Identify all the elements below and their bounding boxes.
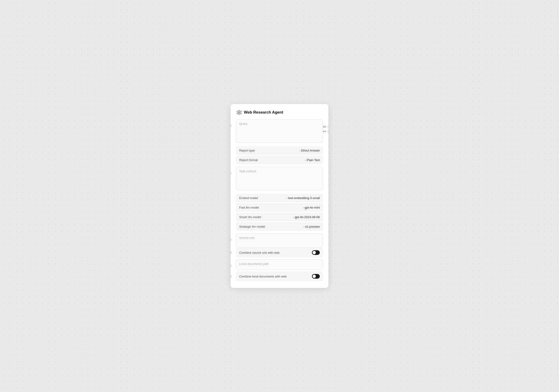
local-docs-area: Local documents path xyxy=(236,260,323,270)
report-format-selected: Plain Text xyxy=(307,158,320,162)
embed-model-value[interactable]: › text-embedding-3-small xyxy=(286,196,320,200)
report-format-row: Report format › Plain Text xyxy=(236,156,323,164)
embed-model-label: Embed model xyxy=(239,196,286,200)
strategic-llm-value[interactable]: › o1-preview xyxy=(303,225,320,228)
combine-local-toggle-knob xyxy=(313,275,316,278)
report-pin-dot[interactable] xyxy=(327,125,331,128)
card-header: 🕸️ Web Research Agent xyxy=(236,110,323,115)
model-settings-group: Embed model › text-embedding-3-small Fas… xyxy=(236,193,323,231)
report-settings-group: Report type › Direct Answer Report forma… xyxy=(236,146,323,164)
smart-llm-value[interactable]: › gpt-4o-2024-08-06 xyxy=(293,215,320,219)
strategic-llm-chevron: › xyxy=(303,225,304,228)
agent-icon: 🕸️ xyxy=(236,110,242,115)
report-type-row: Report type › Direct Answer xyxy=(236,146,323,155)
embed-model-row: Embed model › text-embedding-3-small xyxy=(236,194,323,202)
smart-llm-selected: gpt-4o-2024-08-06 xyxy=(295,215,320,219)
task-context-input[interactable] xyxy=(236,167,323,190)
task-context-left-dot[interactable] xyxy=(228,172,232,175)
combine-source-toggle[interactable] xyxy=(312,250,320,255)
card-title: Web Research Agent xyxy=(244,110,283,115)
task-context-area xyxy=(236,167,323,191)
report-type-selected: Direct Answer xyxy=(301,149,320,152)
source-urls-placeholder: Source urls xyxy=(239,236,255,239)
report-format-value[interactable]: › Plain Text xyxy=(305,158,320,162)
local-docs-input[interactable]: Local documents path xyxy=(236,260,323,270)
combine-source-label: Combine source urls with web xyxy=(239,251,312,255)
combine-local-label: Combine local documents with web xyxy=(239,275,312,278)
smart-llm-label: Smart llm model xyxy=(239,215,293,219)
combine-source-left-dot[interactable] xyxy=(228,251,232,254)
report-type-value[interactable]: › Direct Answer xyxy=(299,149,320,152)
query-left-dot[interactable] xyxy=(228,124,232,127)
local-docs-placeholder: Local documents path xyxy=(239,262,269,266)
local-docs-left-dot[interactable] xyxy=(228,264,232,267)
report-type-chevron: › xyxy=(299,149,300,152)
combine-source-toggle-knob xyxy=(313,251,316,254)
report-format-label: Report format xyxy=(239,158,305,162)
fast-llm-chevron: › xyxy=(303,206,304,209)
query-input[interactable] xyxy=(236,119,323,143)
fast-llm-row: Fast llm model › gpt-4o-mini xyxy=(236,203,323,212)
report-type-label: Report type xyxy=(239,149,299,152)
embed-model-chevron: › xyxy=(286,197,287,200)
fast-llm-selected: gpt-4o-mini xyxy=(305,206,320,209)
report-format-chevron: › xyxy=(305,159,306,162)
embed-model-selected: text-embedding-3-small xyxy=(288,196,320,200)
fast-llm-value[interactable]: › gpt-4o-mini xyxy=(303,206,320,209)
smart-llm-chevron: › xyxy=(293,216,294,219)
combine-local-left-dot[interactable] xyxy=(228,275,232,278)
source-urls-input[interactable]: Source urls xyxy=(236,234,323,247)
web-research-agent-card: Report References 🕸️ Web Research Agent … xyxy=(231,104,328,288)
query-area xyxy=(236,119,323,144)
references-pin-dot[interactable] xyxy=(327,130,331,133)
strategic-llm-selected: o1-preview xyxy=(305,225,320,228)
combine-local-row: Combine local documents with web xyxy=(236,272,323,281)
fast-llm-label: Fast llm model xyxy=(239,206,303,209)
smart-llm-row: Smart llm model › gpt-4o-2024-08-06 xyxy=(236,213,323,221)
combine-local-toggle[interactable] xyxy=(312,274,320,279)
strategic-llm-row: Strategic llm model › o1-preview xyxy=(236,223,323,231)
strategic-llm-label: Strategic llm model xyxy=(239,225,303,228)
combine-source-row: Combine source urls with web xyxy=(236,248,323,257)
source-urls-area: Source urls xyxy=(236,234,323,247)
source-urls-left-dot[interactable] xyxy=(228,238,232,241)
